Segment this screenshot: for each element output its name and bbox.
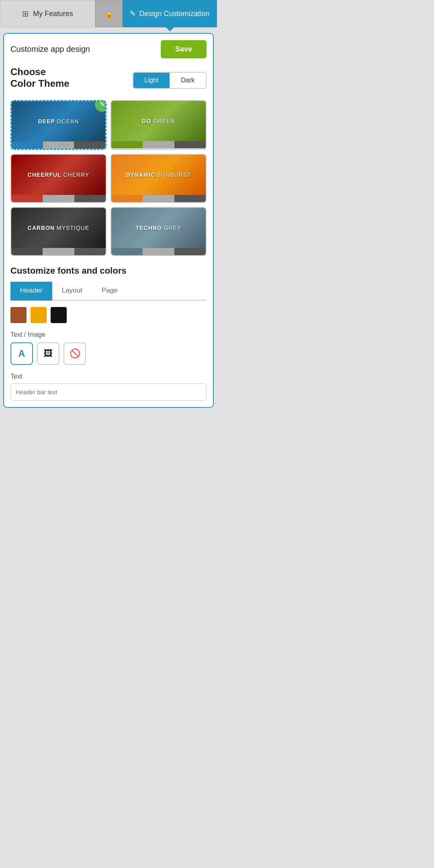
none-option-button[interactable]: 🚫 bbox=[63, 342, 86, 365]
font-tab-row: Header Layout Page bbox=[10, 282, 207, 301]
theme-cheerful-cherry[interactable]: CHEERFUL CHERRY bbox=[10, 154, 106, 203]
fonts-title: Customize fonts and colors bbox=[10, 266, 207, 276]
tab-layout[interactable]: Layout bbox=[52, 282, 92, 301]
page-title: Customize app design bbox=[10, 45, 90, 54]
image-option-button[interactable]: 🖼 bbox=[37, 342, 59, 365]
palette-swatch-1 bbox=[11, 248, 43, 255]
pencil-nav-icon: ✎ bbox=[130, 9, 136, 18]
lock-icon: 🔒 bbox=[104, 9, 114, 18]
dark-toggle-button[interactable]: Dark bbox=[170, 73, 206, 88]
design-customization-tab[interactable]: ✎ Design Customization bbox=[123, 0, 217, 27]
palette-swatch-2 bbox=[43, 141, 74, 149]
palette-swatch-3 bbox=[174, 195, 206, 202]
palette-swatch-3 bbox=[74, 195, 106, 202]
text-icon: A bbox=[18, 348, 25, 359]
my-features-tab[interactable]: ⊞ My Features bbox=[0, 0, 95, 27]
palette-swatch-1 bbox=[111, 248, 143, 255]
palette-swatch-1 bbox=[12, 141, 43, 149]
text-image-options: A 🖼 🚫 bbox=[10, 342, 207, 365]
carbon-mystique-palette bbox=[11, 248, 106, 255]
pencil-icon: ✎ bbox=[100, 100, 105, 108]
no-content-icon: 🚫 bbox=[70, 348, 80, 359]
palette-swatch-3 bbox=[174, 248, 206, 255]
deep-ocean-palette bbox=[12, 141, 105, 149]
image-icon: 🖼 bbox=[44, 348, 53, 359]
tab-page[interactable]: Page bbox=[92, 282, 127, 301]
swatch-orange[interactable] bbox=[31, 307, 47, 323]
top-navigation: ⊞ My Features 🔒 ✎ Design Customization bbox=[0, 0, 217, 27]
grid-icon: ⊞ bbox=[22, 9, 29, 18]
palette-swatch-2 bbox=[43, 248, 74, 255]
deep-ocean-bg: DEEP OCEAN bbox=[12, 101, 105, 141]
palette-swatch-2 bbox=[143, 141, 174, 148]
theme-dynamic-sunburst[interactable]: DYNAMIC SUNBURST bbox=[111, 154, 207, 203]
dynamic-sunburst-bg: DYNAMIC SUNBURST bbox=[111, 155, 206, 195]
palette-swatch-3 bbox=[74, 248, 106, 255]
go-green-bg: GO GREEN bbox=[111, 101, 206, 141]
header-bar-text-input[interactable] bbox=[10, 383, 207, 401]
palette-swatch-1 bbox=[11, 195, 43, 202]
cheerful-cherry-palette bbox=[11, 195, 106, 202]
text-image-label: Text / Image bbox=[10, 331, 207, 338]
palette-swatch-2 bbox=[143, 248, 174, 255]
card-header: Customize app design Save bbox=[10, 40, 207, 58]
cheerful-cherry-bg: CHEERFUL CHERRY bbox=[11, 155, 106, 195]
color-swatches bbox=[10, 307, 207, 323]
palette-swatch-3 bbox=[74, 141, 105, 149]
palette-swatch-2 bbox=[43, 195, 74, 202]
fonts-section: Customize fonts and colors Header Layout… bbox=[10, 266, 207, 401]
text-option-button[interactable]: A bbox=[10, 342, 33, 365]
theme-deep-ocean[interactable]: ✎ DEEP OCEAN bbox=[10, 100, 106, 150]
light-dark-toggle[interactable]: Light Dark bbox=[133, 72, 207, 89]
lock-tab[interactable]: 🔒 bbox=[95, 0, 123, 27]
palette-swatch-1 bbox=[111, 195, 143, 202]
theme-grid: ✎ DEEP OCEAN GO GREEN bbox=[10, 100, 207, 256]
color-theme-header: Choose Color Theme Light Dark bbox=[10, 66, 207, 94]
theme-go-green[interactable]: GO GREEN bbox=[111, 100, 207, 150]
palette-swatch-1 bbox=[111, 141, 143, 148]
my-features-label: My Features bbox=[33, 10, 73, 18]
main-card: Customize app design Save Choose Color T… bbox=[3, 33, 214, 408]
swatch-brown[interactable] bbox=[10, 307, 27, 323]
theme-carbon-mystique[interactable]: CARBON MYSTIQUE bbox=[10, 207, 106, 256]
techno-grey-palette bbox=[111, 248, 206, 255]
light-toggle-button[interactable]: Light bbox=[133, 73, 170, 88]
palette-swatch-3 bbox=[174, 141, 206, 148]
theme-techno-grey[interactable]: TECHNO GREY bbox=[111, 207, 207, 256]
tab-header[interactable]: Header bbox=[10, 282, 52, 301]
save-button[interactable]: Save bbox=[161, 40, 207, 58]
carbon-mystique-bg: CARBON MYSTIQUE bbox=[11, 208, 106, 248]
palette-swatch-2 bbox=[143, 195, 174, 202]
dynamic-sunburst-palette bbox=[111, 195, 206, 202]
techno-grey-bg: TECHNO GREY bbox=[111, 208, 206, 248]
swatch-black[interactable] bbox=[51, 307, 67, 323]
color-theme-title: Choose Color Theme bbox=[10, 66, 70, 90]
text-field-label: Text bbox=[10, 373, 207, 380]
go-green-palette bbox=[111, 141, 206, 148]
design-label: Design Customization bbox=[139, 10, 209, 18]
